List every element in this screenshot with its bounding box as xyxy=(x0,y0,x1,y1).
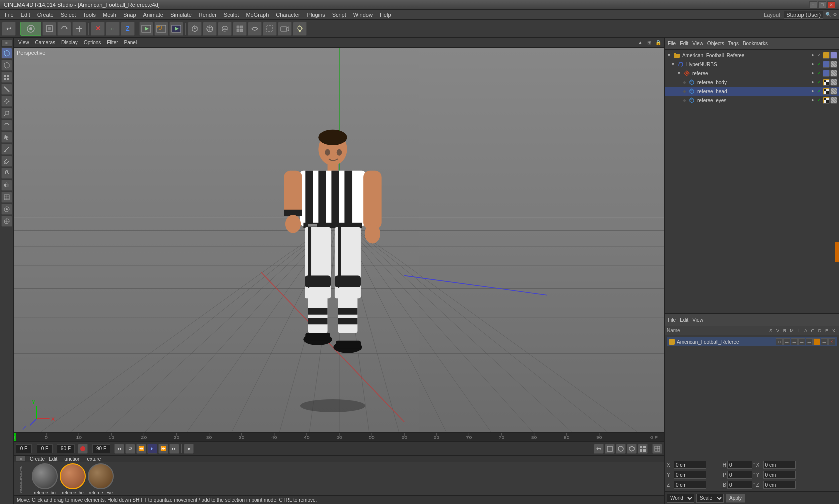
toolbar-camera[interactable] xyxy=(278,22,292,36)
attr-flag-l[interactable]: — xyxy=(806,338,813,345)
obj-row-root[interactable]: ▼ American_Football_Referee ● ✓ xyxy=(665,51,839,60)
mat-menu-texture[interactable]: Texture xyxy=(85,456,101,462)
end-frame-field-2[interactable] xyxy=(92,444,110,453)
transport-icon-5[interactable] xyxy=(638,444,648,454)
vp-menu-panel[interactable]: Panel xyxy=(122,39,140,46)
tag-ref-2[interactable] xyxy=(830,70,837,77)
toolbar-cylinder[interactable] xyxy=(218,22,232,36)
menu-mograph[interactable]: MoGraph xyxy=(243,11,272,19)
left-btn-uvw[interactable] xyxy=(1,192,12,203)
toolbar-move-x[interactable]: ✕ xyxy=(91,22,105,36)
attr-flag-screen[interactable]: □ xyxy=(776,338,783,345)
toolbar-deformer[interactable] xyxy=(248,22,262,36)
tag-nurbs-1[interactable] xyxy=(823,61,830,68)
toolbar-grid[interactable] xyxy=(233,22,247,36)
scale-selector[interactable]: Scale Size xyxy=(696,494,724,503)
frame-field-2[interactable] xyxy=(37,444,53,453)
tag-body-2[interactable] xyxy=(830,79,837,86)
current-frame-field[interactable] xyxy=(16,444,32,453)
coord-z2-pos[interactable] xyxy=(763,481,796,489)
coord-y-pos[interactable] xyxy=(674,471,706,479)
coord-x2-pos[interactable] xyxy=(763,461,796,469)
vp-icon-restore[interactable]: ⊞ xyxy=(645,39,653,47)
toolbar-object-mode[interactable] xyxy=(42,22,56,36)
tag-nurbs-2[interactable] xyxy=(830,61,837,68)
toolbar-render-view[interactable] xyxy=(139,22,153,36)
vp-icon-up[interactable]: ▲ xyxy=(636,39,644,47)
transport-next-frame[interactable]: ⏩ xyxy=(158,444,168,454)
obj-menu-tags[interactable]: Tags xyxy=(728,41,739,46)
mat-menu-function[interactable]: Function xyxy=(61,456,80,462)
toolbar-select[interactable] xyxy=(263,22,277,36)
left-btn-paint[interactable] xyxy=(1,204,12,215)
vp-menu-view[interactable]: View xyxy=(16,39,32,46)
coord-z-pos[interactable] xyxy=(674,481,706,489)
toolbar-rotate-tool[interactable] xyxy=(57,22,71,36)
menu-file[interactable]: File xyxy=(2,11,17,19)
toolbar-light[interactable] xyxy=(293,22,307,36)
transport-icon-4[interactable] xyxy=(627,444,637,454)
menu-select[interactable]: Select xyxy=(58,11,79,19)
left-btn-knife[interactable] xyxy=(1,144,12,155)
coord-b-val[interactable] xyxy=(727,481,752,489)
tag-root-2[interactable] xyxy=(830,52,837,59)
tag-head-2[interactable] xyxy=(830,88,837,95)
toolbar-move-y[interactable]: ○ xyxy=(106,22,120,36)
mat-menu-edit[interactable]: Edit xyxy=(49,456,57,462)
tag-ref-1[interactable] xyxy=(823,70,830,77)
layout-value[interactable]: Startup (User) xyxy=(784,11,823,19)
transport-go-start[interactable]: ⏮ xyxy=(114,444,124,454)
obj-menu-objects[interactable]: Objects xyxy=(707,41,724,46)
menu-render[interactable]: Render xyxy=(196,11,220,19)
left-btn-mirror[interactable] xyxy=(1,180,12,191)
attr-flag-g[interactable]: — xyxy=(821,338,828,345)
menu-mesh[interactable]: Mesh xyxy=(100,11,119,19)
left-btn-scale[interactable] xyxy=(1,108,12,119)
transport-loop[interactable]: ↺ xyxy=(125,444,135,454)
vp-menu-display[interactable]: Display xyxy=(59,39,80,46)
menu-character[interactable]: Character xyxy=(273,11,303,19)
world-selector[interactable]: World Local Object xyxy=(667,494,694,503)
transport-record[interactable] xyxy=(78,444,88,454)
menu-edit[interactable]: Edit xyxy=(18,11,33,19)
materials-handle[interactable]: ≡ xyxy=(16,456,26,462)
toolbar-plus[interactable] xyxy=(72,22,86,36)
attr-flag-r[interactable]: — xyxy=(791,338,798,345)
menu-tools[interactable]: Tools xyxy=(80,11,99,19)
maximize-button[interactable]: □ xyxy=(818,1,826,8)
material-referee-head[interactable] xyxy=(60,463,86,489)
vp-menu-options[interactable]: Options xyxy=(81,39,103,46)
left-btn-move[interactable] xyxy=(1,96,12,107)
material-referee-body[interactable] xyxy=(32,463,58,489)
tag-body-mat[interactable] xyxy=(823,79,830,86)
right-scroll-tab[interactable] xyxy=(835,242,839,262)
obj-menu-edit[interactable]: Edit xyxy=(680,41,688,46)
tag-head-mat[interactable] xyxy=(823,88,830,95)
toolbar-cube[interactable] xyxy=(188,22,202,36)
attr-menu-file[interactable]: File xyxy=(668,317,676,323)
obj-menu-bookmarks[interactable]: Bookmarks xyxy=(743,41,768,46)
tag-eyes-mat[interactable] xyxy=(823,97,830,104)
left-btn-rotate[interactable] xyxy=(1,120,12,131)
obj-menu-file[interactable]: File xyxy=(668,41,676,46)
left-btn-model[interactable] xyxy=(1,48,12,59)
apply-button[interactable]: Apply xyxy=(726,494,745,503)
attr-flag-v[interactable]: — xyxy=(783,338,790,345)
timeline[interactable]: 0 5 10 15 20 25 30 35 40 45 50 55 60 65 … xyxy=(14,432,664,441)
menu-script[interactable]: Script xyxy=(329,11,349,19)
left-btn-point[interactable] xyxy=(1,72,12,83)
menu-window[interactable]: Window xyxy=(350,11,376,19)
obj-menu-view[interactable]: View xyxy=(692,41,703,46)
menu-simulate[interactable]: Simulate xyxy=(167,11,195,19)
tag-root-1[interactable] xyxy=(823,52,830,59)
obj-row-referee[interactable]: ▼ referee ● ✓ xyxy=(665,69,839,78)
left-btn-polygon[interactable] xyxy=(1,60,12,71)
end-frame-field[interactable] xyxy=(57,444,75,453)
attr-flag-m[interactable]: — xyxy=(798,338,805,345)
coord-y2-pos[interactable] xyxy=(763,471,796,479)
transport-icon-1[interactable] xyxy=(594,444,604,454)
attr-menu-view[interactable]: View xyxy=(692,317,703,323)
toolbar-move-z[interactable]: Z xyxy=(121,22,135,36)
vp-menu-filter[interactable]: Filter xyxy=(104,39,120,46)
toolbar-undo[interactable]: ↩ xyxy=(2,22,16,36)
